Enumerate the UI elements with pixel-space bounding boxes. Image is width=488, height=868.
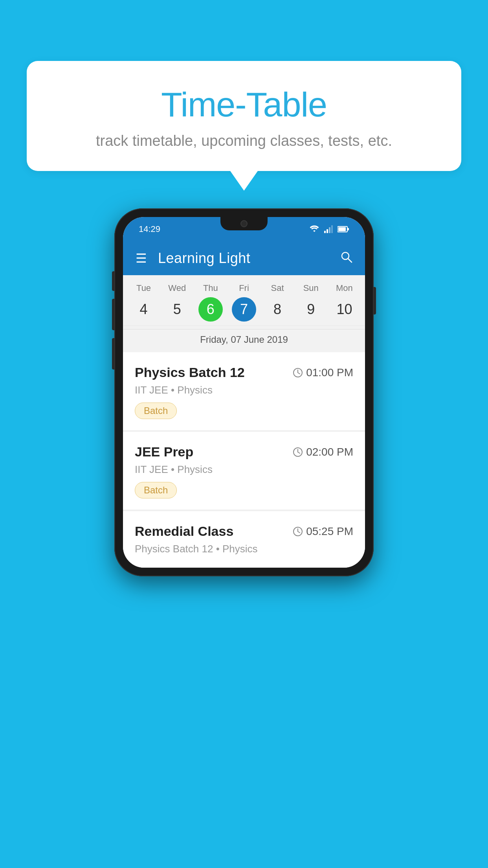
event-header: Physics Batch 12 01:00 PM: [135, 365, 353, 380]
event-header: Remedial Class 05:25 PM: [135, 524, 353, 539]
clock-icon: [293, 368, 303, 378]
wifi-icon: [309, 225, 319, 233]
signal-icon: [324, 225, 333, 233]
day-name: Thu: [203, 283, 218, 293]
phone-screen: 14:29: [123, 217, 365, 568]
svg-rect-0: [324, 231, 326, 233]
clock-icon: [293, 526, 303, 537]
day-name: Mon: [336, 283, 353, 293]
day-number: 8: [265, 297, 290, 322]
day-name: Fri: [239, 283, 249, 293]
event-title: Physics Batch 12: [135, 365, 245, 380]
battery-icon: [338, 226, 349, 233]
day-number: 5: [165, 297, 189, 322]
event-meta: IIT JEE • Physics: [135, 384, 353, 396]
svg-rect-3: [331, 225, 333, 233]
event-time: 05:25 PM: [293, 525, 353, 538]
day-name: Tue: [136, 283, 151, 293]
app-title: Learning Light: [158, 250, 340, 267]
phone-notch: [220, 217, 268, 230]
event-meta: Physics Batch 12 • Physics: [135, 543, 353, 555]
phone-volume-up-button: [112, 299, 114, 330]
phone-power-button: [374, 287, 376, 314]
phone-mute-button: [112, 271, 114, 291]
day-number: 9: [299, 297, 323, 322]
status-time: 14:29: [139, 224, 160, 234]
week-days-row: Tue4Wed5Thu6Fri7Sat8Sun9Mon10: [123, 283, 365, 326]
selected-date-label: Friday, 07 June 2019: [123, 329, 365, 352]
day-number: 10: [332, 297, 356, 322]
calendar-day-wed[interactable]: Wed5: [161, 283, 193, 322]
day-number: 4: [132, 297, 156, 322]
calendar-week: Tue4Wed5Thu6Fri7Sat8Sun9Mon10 Friday, 07…: [123, 275, 365, 352]
calendar-day-sat[interactable]: Sat8: [262, 283, 293, 322]
phone-volume-down-button: [112, 338, 114, 370]
svg-rect-1: [327, 229, 328, 233]
events-list: Physics Batch 12 01:00 PMIIT JEE • Physi…: [123, 352, 365, 568]
calendar-day-thu[interactable]: Thu6: [195, 283, 226, 322]
event-header: JEE Prep 02:00 PM: [135, 444, 353, 460]
event-time: 02:00 PM: [293, 446, 353, 458]
search-icon[interactable]: [340, 250, 352, 266]
day-name: Sun: [303, 283, 319, 293]
status-icons: [309, 225, 349, 233]
event-title: JEE Prep: [135, 444, 193, 460]
phone-frame: 14:29: [114, 208, 374, 576]
calendar-day-tue[interactable]: Tue4: [128, 283, 160, 322]
day-number: 6: [198, 297, 223, 322]
day-name: Wed: [168, 283, 186, 293]
event-time: 01:00 PM: [293, 366, 353, 379]
event-type-badge: Batch: [135, 482, 177, 498]
feature-title: Time-Table: [46, 85, 442, 125]
svg-rect-2: [329, 227, 330, 233]
event-title: Remedial Class: [135, 524, 233, 539]
calendar-day-fri[interactable]: Fri7: [228, 283, 260, 322]
event-card[interactable]: Remedial Class 05:25 PMPhysics Batch 12 …: [123, 511, 365, 568]
app-bar: ☰ Learning Light: [123, 241, 365, 275]
phone-camera: [240, 220, 248, 227]
speech-bubble-arrow: [230, 171, 258, 191]
clock-icon: [293, 447, 303, 457]
menu-icon[interactable]: ☰: [136, 252, 147, 265]
phone-mockup: 14:29: [114, 208, 374, 576]
event-card[interactable]: JEE Prep 02:00 PMIIT JEE • PhysicsBatch: [123, 432, 365, 509]
speech-bubble-card: Time-Table track timetable, upcoming cla…: [27, 61, 461, 171]
event-card[interactable]: Physics Batch 12 01:00 PMIIT JEE • Physi…: [123, 352, 365, 430]
speech-bubble-section: Time-Table track timetable, upcoming cla…: [27, 61, 461, 191]
calendar-divider: [123, 326, 365, 326]
svg-line-8: [348, 259, 352, 262]
svg-rect-5: [338, 227, 346, 231]
day-number: 7: [232, 297, 256, 322]
day-name: Sat: [271, 283, 284, 293]
event-meta: IIT JEE • Physics: [135, 463, 353, 476]
event-type-badge: Batch: [135, 403, 177, 419]
svg-rect-6: [347, 228, 349, 230]
calendar-day-mon[interactable]: Mon10: [328, 283, 360, 322]
feature-subtitle: track timetable, upcoming classes, tests…: [46, 132, 442, 149]
calendar-day-sun[interactable]: Sun9: [295, 283, 327, 322]
